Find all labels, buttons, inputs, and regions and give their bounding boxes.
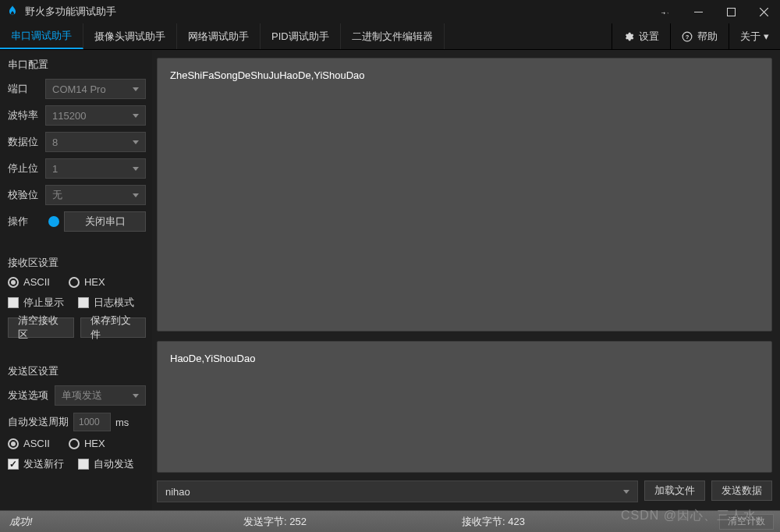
save-file-button[interactable]: 保存到文件 bbox=[80, 317, 147, 338]
operation-label: 操作 bbox=[8, 215, 41, 229]
status-indicator bbox=[48, 216, 59, 227]
main-area: ZheShiFaSongDeShuJuHaoDe,YiShouDao HaoDe… bbox=[152, 50, 780, 510]
statusbar: 成功! 发送字节: 252 接收字节: 423 清空计数 CSDN @因心、三人… bbox=[0, 510, 780, 532]
serial-config-title: 串口配置 bbox=[8, 58, 146, 72]
recv-config-title: 接收区设置 bbox=[8, 256, 146, 270]
recv-hex-radio[interactable]: HEX bbox=[69, 276, 105, 288]
sidebar: 串口配置 端口 COM14 Pro 波特率 115200 数据位 8 停止位 1… bbox=[0, 50, 152, 510]
send-config-title: 发送区设置 bbox=[8, 364, 146, 378]
stop-bits-label: 停止位 bbox=[8, 161, 41, 176]
baud-dropdown[interactable]: 115200 bbox=[45, 105, 146, 126]
send-period-unit: ms bbox=[115, 417, 129, 428]
send-period-input[interactable]: 1000 bbox=[73, 413, 111, 431]
minimize-button[interactable] bbox=[682, 0, 714, 23]
stop-bits-dropdown[interactable]: 1 bbox=[45, 158, 146, 179]
tab-network[interactable]: 网络调试助手 bbox=[177, 23, 261, 49]
parity-dropdown[interactable]: 无 bbox=[45, 185, 146, 205]
send-ascii-radio[interactable]: ASCII bbox=[8, 438, 50, 449]
about-label: 关于 ▾ bbox=[740, 30, 769, 44]
svg-rect-0 bbox=[694, 12, 703, 12]
clear-count-button[interactable]: 清空计数 bbox=[719, 514, 774, 530]
recv-config-group: 接收区设置 ASCII HEX 停止显示 日志模式 清空接收区 保存到文件 bbox=[8, 256, 146, 338]
data-bits-label: 数据位 bbox=[8, 135, 41, 149]
send-data-button[interactable]: 发送数据 bbox=[711, 481, 772, 501]
send-mode-dropdown[interactable]: 单项发送 bbox=[55, 385, 146, 406]
serial-config-group: 串口配置 端口 COM14 Pro 波特率 115200 数据位 8 停止位 1… bbox=[8, 58, 146, 232]
flame-icon bbox=[6, 5, 19, 20]
tabbar: 串口调试助手 摄像头调试助手 网络调试助手 PID调试助手 二进制文件编辑器 bbox=[0, 23, 445, 49]
send-history-dropdown[interactable]: nihao bbox=[157, 481, 638, 502]
tab-camera[interactable]: 摄像头调试助手 bbox=[83, 23, 177, 49]
data-bits-dropdown[interactable]: 8 bbox=[45, 132, 146, 152]
settings-button[interactable]: 设置 bbox=[612, 23, 670, 49]
svg-text:?: ? bbox=[686, 33, 690, 40]
port-label: 端口 bbox=[8, 82, 41, 96]
send-newline-checkbox[interactable]: 发送新行 bbox=[8, 457, 64, 471]
pin-button[interactable] bbox=[649, 0, 682, 23]
recv-ascii-radio[interactable]: ASCII bbox=[8, 276, 50, 288]
load-file-button[interactable]: 加载文件 bbox=[644, 481, 705, 501]
send-hex-radio[interactable]: HEX bbox=[69, 438, 105, 449]
chevron-down-icon bbox=[133, 140, 139, 144]
tab-pid[interactable]: PID调试助手 bbox=[261, 23, 341, 49]
stop-display-checkbox[interactable]: 停止显示 bbox=[8, 296, 64, 310]
status-tx: 发送字节: 252 bbox=[234, 515, 452, 529]
close-button[interactable] bbox=[747, 0, 780, 23]
send-config-group: 发送区设置 发送选项 单项发送 自动发送周期 1000 ms ASCII HEX… bbox=[8, 364, 146, 471]
parity-label: 校验位 bbox=[8, 188, 41, 202]
help-icon: ? bbox=[682, 31, 693, 42]
tab-serial[interactable]: 串口调试助手 bbox=[0, 23, 83, 49]
send-pane[interactable]: HaoDe,YiShouDao bbox=[157, 341, 772, 473]
chevron-down-icon bbox=[623, 490, 629, 494]
close-port-button[interactable]: 关闭串口 bbox=[64, 211, 146, 232]
receive-pane[interactable]: ZheShiFaSongDeShuJuHaoDe,YiShouDao bbox=[157, 58, 772, 332]
chevron-down-icon bbox=[133, 114, 139, 118]
maximize-button[interactable] bbox=[714, 0, 747, 23]
send-mode-label: 发送选项 bbox=[8, 388, 50, 403]
help-label: 帮助 bbox=[697, 30, 718, 44]
log-mode-checkbox[interactable]: 日志模式 bbox=[78, 296, 134, 310]
chevron-down-icon bbox=[133, 394, 139, 398]
chevron-down-icon bbox=[133, 193, 139, 197]
send-period-label: 自动发送周期 bbox=[8, 415, 69, 429]
baud-label: 波特率 bbox=[8, 108, 41, 122]
toolbar: 串口调试助手 摄像头调试助手 网络调试助手 PID调试助手 二进制文件编辑器 设… bbox=[0, 23, 780, 50]
chevron-down-icon bbox=[133, 167, 139, 171]
port-dropdown[interactable]: COM14 Pro bbox=[45, 79, 146, 99]
status-rx: 接收字节: 423 bbox=[452, 515, 719, 529]
status-ok: 成功! bbox=[0, 515, 234, 529]
gear-icon bbox=[623, 31, 634, 42]
svg-rect-1 bbox=[727, 8, 735, 16]
settings-label: 设置 bbox=[639, 30, 659, 44]
clear-recv-button[interactable]: 清空接收区 bbox=[8, 317, 74, 338]
titlebar: 野火多功能调试助手 bbox=[0, 0, 780, 23]
chevron-down-icon bbox=[133, 87, 139, 91]
help-button[interactable]: ? 帮助 bbox=[670, 23, 729, 49]
about-button[interactable]: 关于 ▾ bbox=[729, 23, 780, 49]
app-title: 野火多功能调试助手 bbox=[25, 5, 116, 19]
auto-send-checkbox[interactable]: 自动发送 bbox=[78, 457, 134, 471]
tab-binary[interactable]: 二进制文件编辑器 bbox=[341, 23, 445, 49]
